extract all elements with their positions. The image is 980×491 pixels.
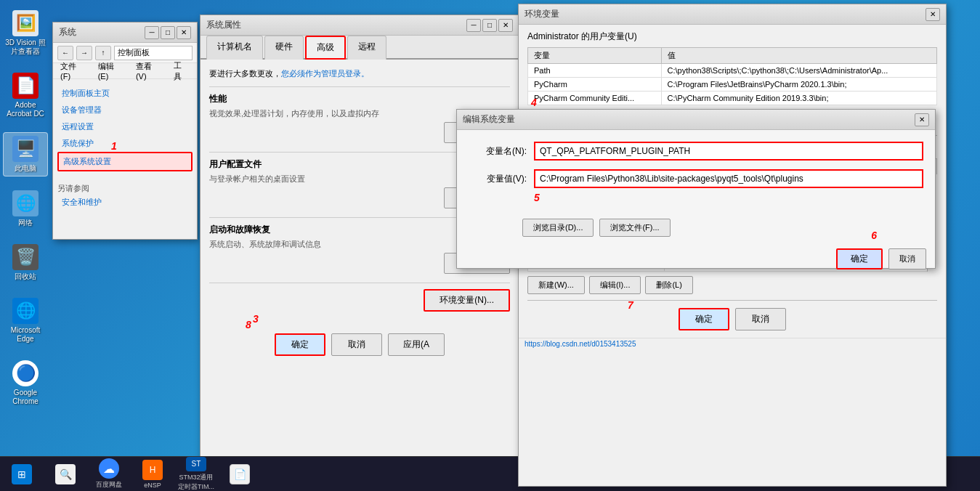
menu-view[interactable]: 查看(V) xyxy=(133,60,165,81)
editvar-body: 变量名(N): 变量值(V): 5 xyxy=(457,130,935,219)
editvar-title: 编辑系统变量 xyxy=(463,113,915,126)
sysprop-title: 系统属性 xyxy=(206,19,466,31)
system-window-controls: ─ □ ✕ xyxy=(145,26,191,39)
sysprop-cancel-btn[interactable]: 取消 xyxy=(331,333,382,356)
desktop-icon-edge[interactable]: 🌐 MicrosoftEdge xyxy=(3,295,48,346)
sysprop-titlebar: 系统属性 ─ □ ✕ xyxy=(201,15,519,36)
menu-file[interactable]: 文件(F) xyxy=(57,60,89,81)
tab-computer-name[interactable]: 计算机名 xyxy=(206,36,263,60)
tab-hardware[interactable]: 硬件 xyxy=(264,36,304,60)
badge-4: 4 xyxy=(531,97,537,108)
system-title: 系统 xyxy=(59,26,145,38)
system-window: 系统 ─ □ ✕ ← → ↑ 控制面板 文件(F) 编辑(E) 查看(V) 工具… xyxy=(52,22,198,240)
desktop-icon-chrome[interactable]: 🔵 GoogleChrome xyxy=(3,357,48,409)
link-system-protection[interactable]: 系统保护 xyxy=(57,135,193,152)
menu-tools[interactable]: 工具 xyxy=(171,60,193,83)
sys-edit-btn[interactable]: 编辑(I)... xyxy=(589,276,641,294)
table-row[interactable]: Path C:\python38\Scripts\;C:\python38\;C… xyxy=(528,64,937,78)
cell-var: Path xyxy=(528,64,662,78)
badge-5: 5 xyxy=(534,192,540,203)
badge-8: 8 xyxy=(246,319,251,330)
menu-edit[interactable]: 编辑(E) xyxy=(95,60,127,81)
badge-1: 1 xyxy=(111,140,117,152)
url-bar: https://blog.csdn.net/d0153413525 xyxy=(519,338,946,349)
tab-advanced[interactable]: 高级 xyxy=(305,36,346,60)
desktop-icon-3dvision[interactable]: 🖼️ 3D Vision 照 片查看器 xyxy=(3,7,48,59)
editvar-ok-btn[interactable]: 确定 xyxy=(836,248,883,269)
editvar-controls: ✕ xyxy=(915,113,929,126)
env-variables-btn[interactable]: 环境变量(N)... xyxy=(424,289,510,312)
cell-var: PyCharm Community Editi... xyxy=(528,92,662,105)
editvar-dialog: 编辑系统变量 ✕ 变量名(N): 变量值(V): 5 浏览目录(D)... 浏览… xyxy=(456,109,936,269)
varname-input[interactable] xyxy=(534,142,923,161)
desktop-icon-computer[interactable]: 🖥️ 此电脑 xyxy=(3,132,48,176)
taskbar-search[interactable]: 🔍 xyxy=(44,457,87,492)
close-btn[interactable]: ✕ xyxy=(177,26,191,39)
back-btn[interactable]: ← xyxy=(57,46,73,60)
up-btn[interactable]: ↑ xyxy=(95,46,111,60)
taskbar-ensp[interactable]: H eNSP xyxy=(131,457,174,492)
section-perf-title: 性能 xyxy=(209,93,510,105)
varname-row: 变量名(N): xyxy=(469,142,923,161)
taskbar-baidu[interactable]: ☁ 百度网盘 xyxy=(87,457,131,492)
link-advanced-system[interactable]: 高级系统设置 xyxy=(57,152,193,171)
envvar-controls: ✕ xyxy=(926,8,940,21)
editvar-titlebar: 编辑系统变量 ✕ xyxy=(457,110,935,130)
varname-label: 变量名(N): xyxy=(469,145,527,158)
link-security[interactable]: 安全和维护 xyxy=(57,194,193,211)
desktop-icon-acrobat[interactable]: 📄 AdobeAcrobat DC xyxy=(3,70,48,121)
menu-bar: 文件(F) 编辑(E) 查看(V) 工具 xyxy=(53,63,197,79)
link-device-manager[interactable]: 设备管理器 xyxy=(57,102,193,118)
envvar-ok-btn[interactable]: 确定 xyxy=(679,308,729,330)
user-var-table: 变量 值 Path C:\python38\Scripts\;C:\python… xyxy=(527,47,937,105)
user-col-val: 值 xyxy=(661,48,937,64)
sysprop-controls: ─ □ ✕ xyxy=(466,19,513,32)
sys-new-btn[interactable]: 新建(W)... xyxy=(527,276,585,294)
link-remote[interactable]: 远程设置 xyxy=(57,118,193,135)
envvar-cancel-btn[interactable]: 取消 xyxy=(735,308,786,330)
also-see-label: 另请参阅 xyxy=(57,183,193,194)
taskbar-ensp-label: eNSP xyxy=(144,482,161,489)
sp-close[interactable]: ✕ xyxy=(498,19,513,32)
system-titlebar: 系统 ─ □ ✕ xyxy=(53,23,197,43)
desktop-icon-network[interactable]: 🌐 网络 xyxy=(3,187,48,230)
taskbar-start[interactable]: ⊞ xyxy=(0,457,44,492)
link-control-panel[interactable]: 控制面板主页 xyxy=(57,85,193,102)
sys-btn-row: 新建(W)... 编辑(I)... 删除(L) xyxy=(527,276,937,294)
browse-file-btn[interactable]: 浏览文件(F)... xyxy=(599,219,670,237)
editvar-close[interactable]: ✕ xyxy=(915,113,929,126)
browse-dir-btn[interactable]: 浏览目录(D)... xyxy=(522,219,594,237)
sp-minimize[interactable]: ─ xyxy=(466,19,481,32)
editvar-ok-row: 6 确定 取消 xyxy=(457,243,935,272)
system-sidebar: 控制面板主页 设备管理器 远程设置 系统保护 高级系统设置 另请参阅 安全和维护 xyxy=(53,79,197,216)
user-var-title: Administrator 的用户变量(U) xyxy=(527,31,937,43)
envvar-close[interactable]: ✕ xyxy=(926,8,940,21)
sysprop-apply-btn[interactable]: 应用(A xyxy=(388,333,445,356)
table-row[interactable]: PyCharm C:\Program Files\JetBrains\PyCha… xyxy=(528,78,937,92)
badge-3: 3 xyxy=(253,313,259,325)
tab-remote[interactable]: 远程 xyxy=(347,36,386,60)
browse-row: 浏览目录(D)... 浏览文件(F)... xyxy=(457,219,935,243)
taskbar-baidu-label: 百度网盘 xyxy=(96,480,122,490)
minimize-btn[interactable]: ─ xyxy=(145,26,159,39)
envvar-title: 环境变量 xyxy=(525,8,926,20)
varval-input[interactable] xyxy=(534,169,923,188)
editvar-cancel-btn[interactable]: 取消 xyxy=(888,248,926,269)
varval-label: 变量值(V): xyxy=(469,173,527,185)
sys-delete-btn[interactable]: 删除(L) xyxy=(645,276,692,294)
maximize-btn[interactable]: □ xyxy=(161,26,175,39)
tab-bar: 计算机名 硬件 高级 远程 xyxy=(201,36,519,60)
sp-maximize[interactable]: □ xyxy=(482,19,497,32)
taskbar-file[interactable]: 📄 xyxy=(218,457,262,492)
table-row[interactable]: PyCharm Community Editi... C:\PyCharm Co… xyxy=(528,92,937,105)
desktop-icon-recycle[interactable]: 🗑️ 回收站 xyxy=(3,241,48,284)
varval-row: 变量值(V): xyxy=(469,169,923,188)
taskbar-stm32[interactable]: ST STM32通用定时器TIM... xyxy=(174,457,218,492)
address-text: 控制面板 xyxy=(118,47,150,58)
address-bar[interactable]: 控制面板 xyxy=(114,46,193,60)
sysprop-ok-btn[interactable]: 确定 xyxy=(275,333,325,356)
badge-6: 6 xyxy=(871,230,877,241)
forward-btn[interactable]: → xyxy=(76,46,92,60)
cell-val: C:\python38\Scripts\;C:\python38\;C:\Use… xyxy=(661,64,937,78)
admin-note: 要进行大多数更改，您必须作为管理员登录。 xyxy=(209,68,510,79)
